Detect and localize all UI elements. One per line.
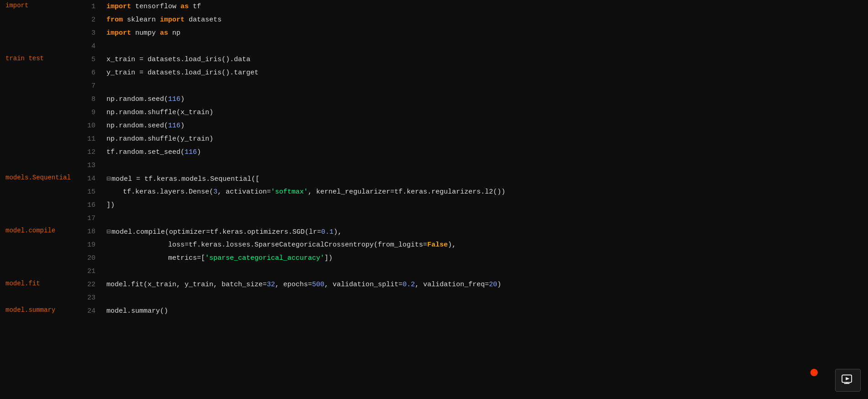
token: sklearn	[123, 16, 160, 24]
token: 116	[168, 95, 180, 103]
token: x_train = datasets.load_iris().data	[106, 56, 250, 63]
table-row: 21	[80, 265, 868, 278]
table-row: 5x_train = datasets.load_iris().data	[80, 53, 868, 66]
sidebar-item-model-fit: model.fit	[2, 278, 44, 289]
token: model = tf.keras.models.Sequential([	[111, 175, 259, 183]
table-row: 15 tf.keras.layers.Dense(3, activation='…	[80, 185, 868, 199]
token: import	[106, 3, 131, 10]
line-number: 16	[80, 199, 103, 212]
token: model.compile(optimizer=tf.keras.optimiz…	[111, 228, 321, 236]
line-content: import tensorflow as tf	[103, 0, 868, 13]
token: 0.1	[321, 228, 333, 236]
token: , validation_freq=	[415, 281, 489, 289]
fold-icon: ⊟	[106, 175, 111, 183]
line-content: np.random.seed(116)	[103, 93, 868, 106]
line-number: 3	[80, 26, 103, 40]
token: )	[180, 122, 185, 130]
token: loss=tf.keras.losses.SparseCategoricalCr…	[106, 241, 427, 249]
token: import	[160, 16, 185, 24]
table-row: 10np.random.seed(116)	[80, 119, 868, 132]
token: )	[180, 95, 185, 103]
line-number: 7	[80, 79, 103, 93]
line-number: 14	[80, 172, 103, 185]
token: as	[180, 3, 189, 10]
table-row: 7	[80, 79, 868, 93]
token: tf	[189, 3, 201, 10]
line-number: 9	[80, 106, 103, 119]
play-icon	[842, 374, 854, 387]
table-row: 8np.random.seed(116)	[80, 93, 868, 106]
line-content	[103, 291, 868, 304]
line-content	[103, 79, 868, 93]
sidebar-item-train-test: train test	[2, 53, 48, 64]
token: np.random.seed(	[106, 122, 168, 130]
line-content	[103, 40, 868, 53]
line-content: import numpy as np	[103, 26, 868, 40]
table-row: 2from sklearn import datasets	[80, 13, 868, 26]
token: 'softmax'	[271, 188, 308, 196]
line-number: 5	[80, 53, 103, 66]
line-number: 24	[80, 304, 103, 318]
line-number: 21	[80, 265, 103, 278]
token: metrics=[	[106, 254, 205, 262]
token: np.random.shuffle(x_train)	[106, 109, 213, 116]
line-content: x_train = datasets.load_iris().data	[103, 53, 868, 66]
table-row: 20 metrics=['sparse_categorical_accuracy…	[80, 252, 868, 265]
token: model.summary()	[106, 307, 168, 315]
line-content: np.random.seed(116)	[103, 119, 868, 132]
table-row: 11np.random.shuffle(y_train)	[80, 132, 868, 146]
line-number: 23	[80, 291, 103, 304]
token: , kernel_regularizer=tf.keras.regularize…	[308, 188, 505, 196]
token: datasets	[185, 16, 222, 24]
line-number: 4	[80, 40, 103, 53]
token: tensorflow	[131, 3, 180, 10]
table-row: 13	[80, 159, 868, 172]
token: ])	[324, 254, 333, 262]
token: 500	[312, 281, 324, 289]
line-content	[103, 265, 868, 278]
token: , activation=	[217, 188, 271, 196]
table-row: 12tf.random.set_seed(116)	[80, 146, 868, 159]
line-content: y_train = datasets.load_iris().target	[103, 66, 868, 79]
line-content: np.random.shuffle(y_train)	[103, 132, 868, 146]
line-content: np.random.shuffle(x_train)	[103, 106, 868, 119]
line-number: 2	[80, 13, 103, 26]
line-content: ⊟model = tf.keras.models.Sequential([	[103, 172, 868, 185]
token: np.random.seed(	[106, 95, 168, 103]
line-content: tf.keras.layers.Dense(3, activation='sof…	[103, 185, 868, 199]
token: , epochs=	[275, 281, 312, 289]
token: 116	[185, 148, 197, 156]
token: from	[106, 16, 123, 24]
table-row: 17	[80, 212, 868, 225]
table-row: 19 loss=tf.keras.losses.SparseCategorica…	[80, 238, 868, 252]
table-row: 9np.random.shuffle(x_train)	[80, 106, 868, 119]
table-row: 3import numpy as np	[80, 26, 868, 40]
line-number: 12	[80, 146, 103, 159]
sidebar-item-model-compile: model.compile	[2, 225, 59, 236]
table-row: 6y_train = datasets.load_iris().target	[80, 66, 868, 79]
token: tf.keras.layers.Dense(	[106, 188, 213, 196]
sidebar-item-models-sequential: models.Sequential	[2, 172, 74, 183]
line-content	[103, 212, 868, 225]
table-row: 23	[80, 291, 868, 304]
token: False	[427, 241, 448, 249]
fold-icon: ⊟	[106, 228, 111, 236]
token: 116	[168, 122, 180, 130]
token: )	[497, 281, 501, 289]
play-button[interactable]	[835, 369, 861, 392]
sidebar-item-import: import	[2, 0, 32, 11]
line-number: 11	[80, 132, 103, 146]
table-row: 4	[80, 40, 868, 53]
line-number: 8	[80, 93, 103, 106]
svg-marker-3	[846, 377, 849, 380]
line-number: 1	[80, 0, 103, 13]
line-number: 17	[80, 212, 103, 225]
table-row: 14⊟model = tf.keras.models.Sequential([	[80, 172, 868, 185]
token: numpy	[131, 29, 160, 37]
table-row: 1import tensorflow as tf	[80, 0, 868, 13]
token: 'sparse_categorical_accuracy'	[205, 254, 324, 262]
token: 3	[213, 188, 217, 196]
line-number: 18	[80, 225, 103, 238]
token: model.fit(x_train, y_train, batch_size=	[106, 281, 267, 289]
code-area: 1import tensorflow as tf2from sklearn im…	[80, 0, 868, 399]
